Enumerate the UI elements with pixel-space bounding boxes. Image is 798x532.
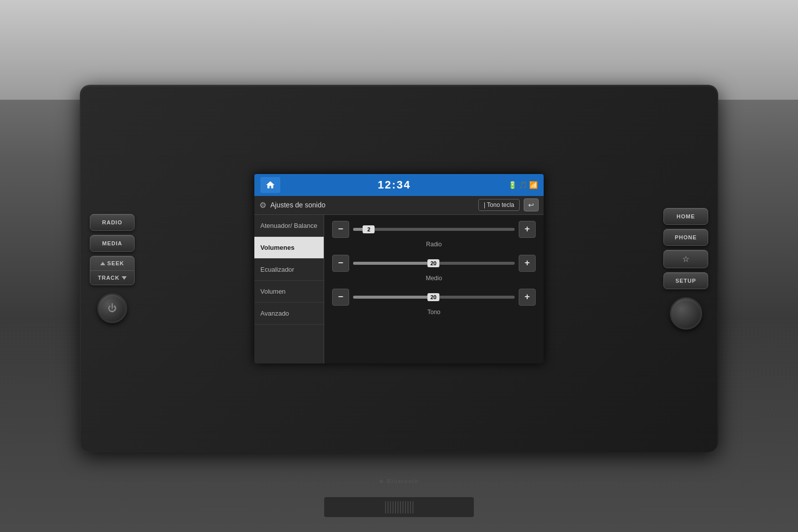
home-screen-button[interactable] bbox=[260, 177, 280, 193]
slider-row-radio: − 2 + Radio bbox=[332, 221, 536, 248]
slider-track-medio[interactable]: 20 bbox=[353, 255, 515, 272]
menu-item-ecualizador-label: Ecualizador bbox=[260, 266, 294, 273]
power-area: ⏻ bbox=[97, 293, 127, 323]
medio-minus-button[interactable]: − bbox=[332, 255, 349, 272]
menu-item-avanzado[interactable]: Avanzado bbox=[254, 303, 324, 325]
vent-line-7 bbox=[400, 501, 401, 514]
slider-medio-value: 20 bbox=[427, 259, 439, 267]
menu-item-ecualizador[interactable]: Ecualizador bbox=[254, 259, 324, 281]
vent-line-10 bbox=[407, 501, 408, 514]
seek-up-icon bbox=[100, 262, 105, 265]
menu-item-volumenes[interactable]: Volumenes bbox=[254, 237, 324, 259]
subheader-right: | Tono tecla ↩ bbox=[478, 198, 539, 211]
medio-plus-button[interactable]: + bbox=[519, 255, 536, 272]
left-buttons-panel: RADIO MEDIA SEEK TRACK ⏻ bbox=[90, 214, 135, 323]
seek-button[interactable]: SEEK bbox=[90, 256, 134, 271]
screen-content: Atenuador/ Balance Volumenes Ecualizador… bbox=[254, 215, 544, 363]
menu-item-volumen-label: Volumen bbox=[260, 288, 286, 295]
tono-tecla-label: | Tono tecla bbox=[484, 201, 514, 208]
vent-line-3 bbox=[390, 501, 391, 514]
gear-icon: ⚙ bbox=[259, 200, 266, 210]
slider-track-tono[interactable]: 20 bbox=[353, 289, 515, 306]
seek-track-group[interactable]: SEEK TRACK bbox=[90, 256, 135, 285]
radio-minus-button[interactable]: − bbox=[332, 221, 349, 238]
vent-line-6 bbox=[398, 501, 399, 514]
settings-title: ⚙ Ajustes de sonido bbox=[259, 200, 326, 210]
slider-controls-tono: − 20 + bbox=[332, 289, 536, 306]
vent-line-11 bbox=[410, 501, 411, 514]
home-icon bbox=[265, 180, 275, 190]
slider-controls-radio: − 2 + bbox=[332, 221, 536, 238]
right-volume-knob[interactable] bbox=[670, 297, 702, 330]
track-down-icon bbox=[122, 276, 127, 280]
media-button[interactable]: MEDIA bbox=[90, 235, 135, 252]
screen-right: − 2 + Radio bbox=[324, 215, 544, 363]
slider-radio-track bbox=[353, 228, 515, 231]
screen-header: 12:34 🔋 🎵 📶 bbox=[254, 174, 544, 196]
vent-line-9 bbox=[405, 501, 406, 514]
tono-tecla-button[interactable]: | Tono tecla bbox=[478, 199, 520, 211]
slider-tono-label: Tono bbox=[332, 309, 536, 316]
phone-hw-button[interactable]: PHONE bbox=[663, 229, 708, 246]
status-icons: 🔋 🎵 📶 bbox=[508, 181, 538, 189]
tono-plus-button[interactable]: + bbox=[519, 289, 536, 306]
screen-subheader: ⚙ Ajustes de sonido | Tono tecla ↩ bbox=[254, 196, 544, 215]
tono-minus-button[interactable]: − bbox=[332, 289, 349, 306]
vent-line-12 bbox=[412, 501, 413, 514]
bluetooth-label: ⊕ Bluetooth bbox=[379, 478, 419, 485]
slider-controls-medio: − 20 + bbox=[332, 255, 536, 272]
signal-status-icon: 📶 bbox=[529, 181, 538, 189]
menu-item-avanzado-label: Avanzado bbox=[260, 310, 289, 317]
menu-item-atenuador[interactable]: Atenuador/ Balance bbox=[254, 215, 324, 237]
slider-radio-value: 2 bbox=[363, 225, 375, 233]
power-icon: ⏻ bbox=[108, 304, 117, 313]
back-button[interactable]: ↩ bbox=[524, 198, 539, 211]
slider-row-medio: − 20 + Medio bbox=[332, 255, 536, 282]
slider-row-tono: − 20 + Tono bbox=[332, 289, 536, 316]
track-button[interactable]: TRACK bbox=[90, 271, 134, 285]
menu-item-volumenes-label: Volumenes bbox=[260, 244, 294, 251]
slider-tono-value: 20 bbox=[427, 293, 439, 301]
settings-title-text: Ajustes de sonido bbox=[270, 201, 326, 209]
menu-item-atenuador-label: Atenuador/ Balance bbox=[260, 222, 317, 229]
screen: 12:34 🔋 🎵 📶 ⚙ Ajustes de sonido bbox=[254, 174, 544, 363]
dashboard: RADIO MEDIA SEEK TRACK ⏻ bbox=[0, 0, 798, 532]
vent-line-1 bbox=[385, 501, 386, 514]
vent-line-8 bbox=[402, 501, 403, 514]
radio-button[interactable]: RADIO bbox=[90, 214, 135, 231]
bottom-vents bbox=[324, 497, 474, 517]
battery-status-icon: 🔋 bbox=[508, 181, 517, 189]
slider-medio-fill bbox=[353, 262, 434, 265]
setup-hw-button[interactable]: SETUP bbox=[663, 272, 708, 289]
menu-item-volumen[interactable]: Volumen bbox=[254, 281, 324, 303]
vent-line-4 bbox=[393, 501, 394, 514]
slider-tono-fill bbox=[353, 296, 434, 299]
slider-radio-label: Radio bbox=[332, 241, 536, 248]
unit-bezel: RADIO MEDIA SEEK TRACK ⏻ bbox=[80, 85, 718, 452]
slider-medio-label: Medio bbox=[332, 275, 536, 282]
right-buttons-panel: HOME PHONE ☆ SETUP bbox=[663, 208, 708, 330]
power-knob[interactable]: ⏻ bbox=[97, 293, 127, 323]
bluetooth-status-icon: 🎵 bbox=[519, 181, 527, 189]
vent-line-2 bbox=[388, 501, 389, 514]
vent-line-5 bbox=[395, 501, 396, 514]
star-hw-button[interactable]: ☆ bbox=[663, 250, 708, 268]
slider-track-radio[interactable]: 2 bbox=[353, 221, 515, 238]
time-display: 12:34 bbox=[378, 178, 410, 191]
seek-label: SEEK bbox=[107, 260, 124, 266]
radio-plus-button[interactable]: + bbox=[519, 221, 536, 238]
screen-container: 12:34 🔋 🎵 📶 ⚙ Ajustes de sonido bbox=[145, 95, 653, 442]
track-label: TRACK bbox=[98, 275, 120, 281]
screen-menu: Atenuador/ Balance Volumenes Ecualizador… bbox=[254, 215, 324, 363]
home-hw-button[interactable]: HOME bbox=[663, 208, 708, 225]
